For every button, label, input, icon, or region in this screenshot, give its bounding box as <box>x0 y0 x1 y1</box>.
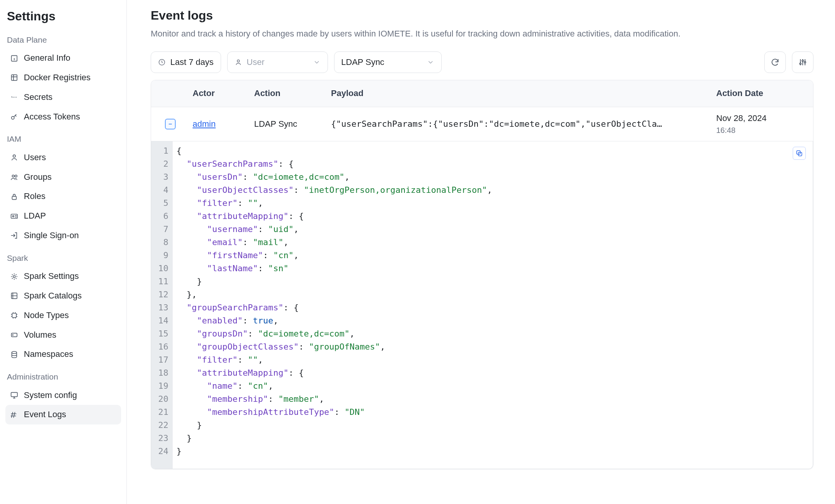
registry-icon <box>10 73 18 82</box>
user-filter-placeholder: User <box>247 57 264 67</box>
sidebar-item-label: System config <box>24 390 77 401</box>
sidebar-group-title: Spark <box>7 252 121 264</box>
copy-icon <box>795 149 803 157</box>
action-date: Nov 28, 2024 <box>716 113 810 124</box>
action-filter-select[interactable]: LDAP Sync <box>334 51 442 73</box>
code-source[interactable]: { "userSearchParams": { "usersDn": "dc=i… <box>173 141 499 469</box>
payload-code-viewer: 123456789101112131415161718192021222324 … <box>151 141 813 469</box>
filter-toolbar: Last 7 days User LDAP Sync <box>151 51 813 73</box>
sidebar-item-system-config[interactable]: System config <box>5 386 121 405</box>
sidebar-item-label: LDAP <box>24 210 46 222</box>
sidebar-item-label: Namespaces <box>24 348 73 360</box>
sidebar-title: Settings <box>7 8 121 25</box>
sidebar-group-title: Administration <box>7 371 121 382</box>
sidebar-item-label: Users <box>24 152 46 164</box>
sidebar-item-label: Single Sign-on <box>24 230 79 242</box>
sidebar-item-label: Access Tokens <box>24 111 80 123</box>
svg-point-20 <box>804 61 806 63</box>
line-number-gutter: 123456789101112131415161718192021222324 <box>151 141 173 469</box>
sidebar-item-users[interactable]: Users <box>5 148 121 167</box>
sidebar-item-sso[interactable]: Single Sign-on <box>5 226 121 245</box>
svg-point-14 <box>12 351 17 353</box>
table-row: admin LDAP Sync {"userSearchParams":{"us… <box>151 107 813 142</box>
col-action-date: Action Date <box>713 88 813 99</box>
sidebar-item-label: Node Types <box>24 310 69 322</box>
sidebar-item-spark-settings[interactable]: Spark Settings <box>5 267 121 286</box>
svg-point-3 <box>13 155 15 157</box>
date-range-filter-button[interactable]: Last 7 days <box>151 51 221 73</box>
sidebar-item-volumes[interactable]: Volumes <box>5 325 121 345</box>
sidebar-item-roles[interactable]: Roles <box>5 187 121 206</box>
actor-link[interactable]: admin <box>193 119 216 129</box>
action-cell: LDAP Sync <box>251 113 328 136</box>
settings-button[interactable] <box>792 51 813 73</box>
sidebar-item-node-types[interactable]: Node Types <box>5 306 121 325</box>
catalog-icon <box>10 292 18 300</box>
sidebar-item-label: Secrets <box>24 91 53 103</box>
sliders-icon <box>798 58 807 67</box>
sidebar: Settings Data PlaneGeneral InfoDocker Re… <box>0 0 127 504</box>
svg-point-9 <box>13 275 15 278</box>
svg-point-19 <box>802 60 803 61</box>
sidebar-group-title: Data Plane <box>7 34 121 45</box>
event-log-table: Actor Action Payload Action Date admin L… <box>151 80 813 470</box>
gear-icon <box>10 272 18 281</box>
svg-point-2 <box>12 116 14 119</box>
sidebar-item-general-info[interactable]: General Info <box>5 48 121 68</box>
sidebar-item-label: General Info <box>24 52 70 64</box>
col-actor: Actor <box>190 88 251 99</box>
table-header-row: Actor Action Payload Action Date <box>151 80 813 107</box>
sidebar-item-secrets[interactable]: Secrets <box>5 88 121 107</box>
sidebar-group-title: IAM <box>7 133 121 144</box>
login-icon <box>10 231 18 240</box>
sidebar-item-label: Roles <box>24 191 45 202</box>
clock-icon <box>158 58 166 66</box>
minus-icon <box>167 121 173 127</box>
svg-point-17 <box>237 60 240 62</box>
sidebar-item-spark-catalogs[interactable]: Spark Catalogs <box>5 286 121 306</box>
sidebar-item-groups[interactable]: Groups <box>5 167 121 187</box>
svg-rect-1 <box>12 75 17 81</box>
svg-rect-7 <box>11 214 18 218</box>
svg-rect-6 <box>12 196 17 199</box>
refresh-icon <box>770 58 780 67</box>
sidebar-item-label: Volumes <box>24 329 56 341</box>
chevron-down-icon <box>313 58 321 66</box>
page-title: Event logs <box>151 7 813 24</box>
col-payload: Payload <box>328 88 713 99</box>
col-action: Action <box>251 88 328 99</box>
action-filter-value: LDAP Sync <box>341 57 384 67</box>
monitor-icon <box>10 391 18 400</box>
svg-rect-11 <box>12 313 17 318</box>
sidebar-item-label: Groups <box>24 171 52 183</box>
sidebar-item-ldap[interactable]: LDAP <box>5 206 121 226</box>
svg-point-4 <box>12 175 15 177</box>
date-range-label: Last 7 days <box>170 57 214 67</box>
action-time: 16:48 <box>716 125 810 136</box>
id-icon <box>10 212 18 220</box>
refresh-button[interactable] <box>764 51 786 73</box>
copy-button[interactable] <box>793 147 806 160</box>
user-icon <box>10 153 18 162</box>
disk-icon <box>10 331 18 339</box>
chip-icon <box>10 311 18 320</box>
log-icon <box>10 411 18 419</box>
sidebar-item-namespaces[interactable]: Namespaces <box>5 345 121 364</box>
sidebar-item-access-tokens[interactable]: Access Tokens <box>5 107 121 127</box>
payload-preview-cell: {"userSearchParams":{"usersDn":"dc=iomet… <box>328 113 713 136</box>
sidebar-item-label: Docker Registries <box>24 72 91 84</box>
sidebar-item-event-logs[interactable]: Event Logs <box>5 405 121 424</box>
sidebar-item-docker-registries[interactable]: Docker Registries <box>5 68 121 88</box>
row-expand-toggle[interactable] <box>165 119 176 129</box>
page-description: Monitor and track a history of changes m… <box>151 28 804 40</box>
svg-point-18 <box>800 63 801 65</box>
svg-point-8 <box>12 216 14 217</box>
svg-rect-15 <box>11 393 18 397</box>
key-icon <box>10 113 18 121</box>
sidebar-item-label: Event Logs <box>24 409 66 421</box>
sidebar-item-label: Spark Catalogs <box>24 290 82 302</box>
lock-icon <box>10 192 18 201</box>
users-icon <box>10 173 18 181</box>
user-filter-select[interactable]: User <box>227 51 328 73</box>
user-icon <box>235 58 242 66</box>
